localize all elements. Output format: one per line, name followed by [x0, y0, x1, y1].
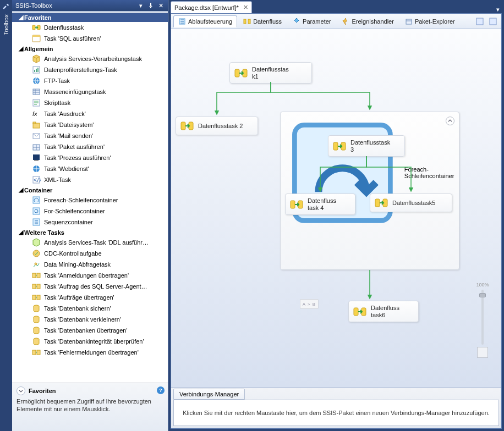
- variables-button[interactable]: [474, 16, 486, 27]
- toolbox-item[interactable]: Foreach-Schleifencontainer: [12, 195, 168, 206]
- toolbox-item[interactable]: Task 'Dateisystem': [12, 119, 168, 130]
- chevron-down-icon[interactable]: [17, 386, 25, 395]
- zoom-thumb[interactable]: [479, 293, 486, 297]
- toolbox-item-label: Task 'Datenbanken übertragen': [44, 327, 128, 334]
- toolbox-item[interactable]: Task 'Datenbank sichern': [12, 303, 168, 314]
- toolbox-item[interactable]: Task 'Auftrag des SQL Server-Agent…: [12, 281, 168, 292]
- zoom-fit-icon[interactable]: [477, 347, 488, 358]
- node-datenflusstask4[interactable]: Datenflusstask 4: [285, 194, 355, 215]
- svg-rect-22: [33, 208, 40, 214]
- help-icon[interactable]: ?: [157, 386, 165, 394]
- toolbox-item[interactable]: Task 'Mail senden': [12, 130, 168, 141]
- svg-rect-32: [37, 295, 40, 300]
- toolbox-item[interactable]: FTP-Task: [12, 75, 168, 86]
- node-foreach-container[interactable]: Foreach-Schleifencontainer Datenflusstas…: [280, 112, 459, 270]
- toolbox-item[interactable]: Masseneinfügungstask: [12, 86, 168, 97]
- toolbox-category-allgemein[interactable]: ◢Allgemein: [12, 44, 168, 53]
- profile-icon: [32, 65, 41, 74]
- svg-rect-17: [34, 160, 39, 161]
- cdc-icon: [32, 249, 41, 258]
- toolbox-item-label: Task 'Anmeldungen übertragen': [44, 272, 129, 279]
- zoom-slider[interactable]: [481, 290, 484, 345]
- toolbox-item[interactable]: Analysis Services-Verarbeitungstask: [12, 53, 168, 64]
- toolbox-item[interactable]: </>XML-Task: [12, 174, 168, 185]
- toolbox-item[interactable]: Task 'Anmeldungen übertragen': [12, 270, 168, 281]
- toolbox-item[interactable]: Task 'Aufträge übertragen': [12, 292, 168, 303]
- node-datenflusstask3[interactable]: Datenflusstask3: [328, 135, 405, 157]
- subtab-paket-explorer[interactable]: Paket-Explorer: [400, 15, 460, 27]
- web-icon: [32, 164, 41, 173]
- db-icon: [32, 337, 41, 346]
- toolbox-titlebar[interactable]: SSIS-Toolbox ▾ ✕: [12, 0, 168, 11]
- toolbox-item[interactable]: Datenflusstask: [12, 22, 168, 33]
- dataflow-icon: [243, 18, 251, 25]
- subtab-ablaufsteuerung[interactable]: Ablaufsteuerung: [173, 15, 237, 27]
- toolbox-tree[interactable]: ◢FavoritenDatenflusstaskTask 'SQL ausfüh…: [12, 12, 168, 383]
- zoom-control[interactable]: 100%: [473, 282, 492, 358]
- svg-rect-27: [32, 273, 36, 278]
- fx-icon: fx: [32, 109, 41, 118]
- connection-manager-tab[interactable]: Verbindungs-Manager: [173, 389, 245, 400]
- svg-rect-5: [34, 70, 35, 72]
- panel-pin-icon[interactable]: [147, 2, 155, 9]
- toolbox-item[interactable]: Task 'Datenbank verkleinern': [12, 314, 168, 325]
- dataflow-icon: [290, 199, 303, 210]
- subtab-label: Paket-Explorer: [415, 18, 455, 25]
- toolbox-item[interactable]: Task 'Datenbankintegrität überprüfen': [12, 336, 168, 347]
- toolbox-item[interactable]: Sequenzcontainer: [12, 217, 168, 228]
- category-label: Container: [24, 187, 52, 194]
- connection-manager-body[interactable]: Klicken Sie mit der rechten Maustaste hi…: [173, 400, 499, 426]
- editor-area: Package.dtsx [Entwurf]* ✕ ▾ Ablaufsteuer…: [168, 0, 504, 431]
- toolbox-item[interactable]: fxTask 'Ausdruck': [12, 108, 168, 119]
- node-label: Datenflusstask1: [252, 66, 289, 80]
- svg-rect-31: [32, 295, 36, 300]
- subtab-parameter[interactable]: Parameter: [288, 15, 336, 27]
- panel-close-icon[interactable]: ✕: [157, 2, 165, 9]
- expand-arrow-icon: ◢: [19, 229, 24, 236]
- toolbox-category-favoriten[interactable]: ◢Favoriten: [12, 13, 168, 22]
- toolbox-item[interactable]: Task 'Webdienst': [12, 163, 168, 174]
- toolbox-category-container[interactable]: ◢Container: [12, 185, 168, 195]
- toolbox-item-label: XML-Task: [44, 176, 71, 183]
- node-datenflusstask6[interactable]: Datenflusstask6: [348, 301, 419, 322]
- toolbox-item[interactable]: Task 'SQL ausführen': [12, 33, 168, 44]
- expression-badge[interactable]: A > B: [300, 299, 319, 309]
- svg-rect-0: [32, 25, 35, 30]
- toolbox-item[interactable]: CDC-Kontrollaufgabe: [12, 248, 168, 259]
- close-tab-icon[interactable]: ✕: [243, 4, 248, 11]
- control-flow-canvas[interactable]: Datenflusstask1 Datenflusstask 2 Foreach…: [171, 29, 501, 387]
- toolbox-item[interactable]: Data Mining-Abfragetask: [12, 259, 168, 270]
- toolbox-item[interactable]: Task 'Prozess ausführen': [12, 152, 168, 163]
- toolbox-category-weitere[interactable]: ◢Weitere Tasks: [12, 228, 168, 237]
- toolbox-item[interactable]: Skripttask: [12, 97, 168, 108]
- node-datenflusstask1[interactable]: Datenflusstask1: [229, 62, 312, 84]
- fs-icon: [32, 120, 41, 129]
- node-datenflusstask5[interactable]: Datenflusstask5: [370, 194, 452, 212]
- script-icon: [32, 98, 41, 107]
- collapse-container-icon[interactable]: [446, 117, 454, 125]
- toolbox-item[interactable]: For-Schleifencontainer: [12, 206, 168, 217]
- collapsed-tab-label: Toolbox: [3, 12, 9, 37]
- desc-body: Ermöglicht bequemen Zugriff auf Ihre bev…: [17, 397, 163, 413]
- connmgr-tab-label: Verbindungs-Manager: [179, 391, 239, 397]
- toolbox-item-label: Foreach-Schleifencontainer: [44, 197, 118, 203]
- ssis-button[interactable]: [487, 16, 499, 27]
- toolbox-item[interactable]: Datenprofilerstellungs-Task: [12, 64, 168, 75]
- connection-manager-panel: Verbindungs-Manager Klicken Sie mit der …: [171, 387, 501, 428]
- toolbox-item[interactable]: Task 'Fehlermeldungen übertragen': [12, 347, 168, 358]
- flow-icon: [178, 18, 186, 25]
- toolbox-item-label: Analysis Services-Task 'DDL ausführ…: [44, 239, 149, 246]
- expand-arrow-icon: ◢: [19, 186, 24, 194]
- toolbox-item-label: For-Schleifencontainer: [44, 208, 105, 214]
- subtab-datenfluss[interactable]: Datenfluss: [238, 15, 287, 27]
- toolbox-item[interactable]: Analysis Services-Task 'DDL ausführ…: [12, 237, 168, 248]
- node-datenflusstask2[interactable]: Datenflusstask 2: [176, 117, 258, 135]
- toolbox-item[interactable]: Task 'Datenbanken übertragen': [12, 325, 168, 336]
- collapsed-toolbox-tab[interactable]: Toolbox: [0, 0, 12, 431]
- subtab-ereignishandler[interactable]: Ereignishandler: [337, 15, 398, 27]
- document-tab[interactable]: Package.dtsx [Entwurf]* ✕: [171, 1, 252, 13]
- tab-overflow-icon[interactable]: ▾: [494, 6, 502, 13]
- svg-rect-50: [333, 142, 338, 150]
- panel-menu-icon[interactable]: ▾: [137, 2, 145, 9]
- toolbox-item[interactable]: Task 'Paket ausführen': [12, 141, 168, 152]
